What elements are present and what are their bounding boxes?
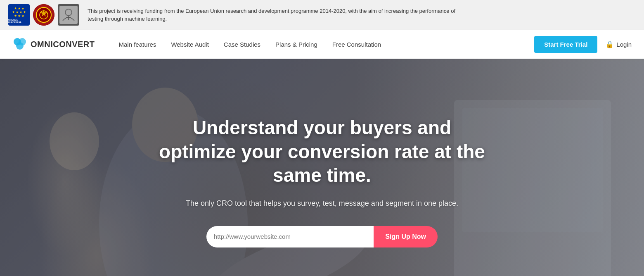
nav-case-studies[interactable]: Case Studies [216, 30, 268, 59]
sign-up-now-button[interactable]: Sign Up Now [374, 226, 438, 247]
top-banner: ★ ★ ★ ★ ★ ★ ★ ★ ★ ★ UNIUNEA EUROPEANĂ [0, 0, 644, 30]
eu-label: UNIUNEA EUROPEANĂ [8, 19, 30, 24]
logo-text: OMNICONVERT [31, 40, 95, 49]
gov-logo-inner [33, 4, 54, 26]
nav-plans-pricing[interactable]: Plans & Pricing [268, 30, 325, 59]
nav-links: Main features Website Audit Case Studies… [111, 30, 528, 59]
gov-logo [33, 4, 54, 26]
eu-stars-mid: ★ ★ ★ ★ [12, 10, 26, 14]
hero-title: Understand your buyers and optimize your… [153, 116, 491, 188]
svg-point-8 [16, 42, 24, 50]
svg-point-9 [50, 112, 99, 170]
logo-icon [12, 37, 27, 52]
hero-content: Understand your buyers and optimize your… [144, 116, 500, 247]
navbar: OMNICONVERT Main features Website Audit … [0, 30, 644, 59]
hero-subtitle: The only CRO tool that helps you survey,… [153, 197, 491, 209]
login-label: Login [616, 41, 632, 48]
hero-signup-form: Sign Up Now [206, 226, 438, 247]
login-link[interactable]: 🔒 Login [606, 40, 632, 48]
partner-logos: ★ ★ ★ ★ ★ ★ ★ ★ ★ ★ UNIUNEA EUROPEANĂ [8, 4, 79, 26]
banner-text: This project is receiving funding from t… [88, 7, 459, 23]
eu-logo: ★ ★ ★ ★ ★ ★ ★ ★ ★ ★ UNIUNEA EUROPEANĂ [8, 4, 30, 26]
eu-stars-top: ★ ★ ★ [14, 7, 24, 10]
inst-logo [58, 4, 79, 26]
lock-icon: 🔒 [606, 40, 614, 48]
website-url-input[interactable] [206, 226, 374, 247]
hero-section: Understand your buyers and optimize your… [0, 59, 644, 276]
svg-rect-2 [59, 6, 78, 24]
nav-free-consultation[interactable]: Free Consultation [325, 30, 388, 59]
nav-main-features[interactable]: Main features [111, 30, 164, 59]
eu-stars-bot: ★ ★ ★ [14, 14, 24, 18]
start-free-trial-button[interactable]: Start Free Trial [534, 36, 597, 53]
logo-link[interactable]: OMNICONVERT [12, 37, 95, 52]
nav-website-audit[interactable]: Website Audit [163, 30, 216, 59]
